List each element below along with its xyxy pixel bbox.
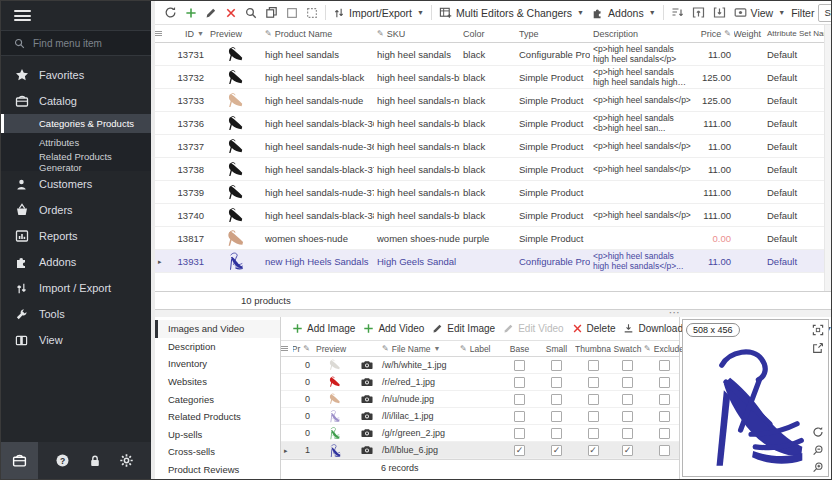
column-header-label[interactable]: ✎Label	[457, 341, 501, 356]
swatch-checkbox[interactable]	[622, 411, 633, 422]
refresh-button[interactable]	[160, 2, 181, 24]
column-header-product-name[interactable]: ✎Product Name	[262, 25, 374, 42]
column-header-description[interactable]: Description	[590, 25, 694, 42]
category-filter-select[interactable]: Show products from selected categories▼	[818, 4, 832, 22]
addons-button[interactable]: Addons▼	[588, 2, 660, 24]
base-checkbox[interactable]	[514, 428, 525, 439]
column-header-swatch[interactable]: Swatch	[611, 341, 644, 356]
image-row[interactable]: 0 /n/u/nude.jpg	[281, 391, 679, 408]
select-region-button[interactable]	[302, 2, 322, 24]
lock-button[interactable]	[88, 454, 102, 468]
zoom-in-button[interactable]	[812, 461, 824, 473]
small-checkbox[interactable]	[551, 377, 562, 388]
swatch-checkbox[interactable]	[622, 445, 633, 456]
swatch-checkbox[interactable]	[622, 428, 633, 439]
thumbnail-checkbox[interactable]	[588, 394, 599, 405]
table-row[interactable]: 13737 high heel sandals-nude-36high heel…	[155, 135, 831, 158]
hamburger-menu-icon[interactable]	[14, 8, 31, 24]
table-row[interactable]: 13733 high heel sandals-nudehigh heel sa…	[155, 89, 831, 112]
tab-websites[interactable]: Websites	[155, 373, 280, 391]
tab-description[interactable]: Description	[155, 338, 280, 356]
delete-button[interactable]	[221, 2, 241, 24]
image-row[interactable]: 0 /g/r/green_2.jpg	[281, 425, 679, 442]
column-header-camera[interactable]	[355, 341, 379, 356]
copy-button[interactable]	[261, 2, 282, 24]
settings-gear-button[interactable]	[119, 453, 134, 468]
column-header-preview[interactable]: Preview	[207, 25, 262, 42]
image-row[interactable]: 0 /r/e/red_1.jpg	[281, 374, 679, 391]
sidebar-item-categories-products[interactable]: Categories & Products	[1, 114, 151, 133]
thumbnail-checkbox[interactable]	[588, 428, 599, 439]
delete-image-button[interactable]: Delete	[568, 318, 620, 340]
zoom-out-button[interactable]	[812, 444, 824, 456]
column-header-small[interactable]: Small	[538, 341, 575, 356]
sidebar-item-view[interactable]: View	[1, 327, 151, 353]
tab-cross-sells[interactable]: Cross-sells	[155, 443, 280, 461]
table-row[interactable]: 13731 high heel sandalshigh heel sandals…	[155, 43, 831, 66]
table-row[interactable]: 13732 high heel sandals-blackhigh heel s…	[155, 66, 831, 89]
horizontal-splitter[interactable]: ⋯	[155, 310, 831, 317]
search-button[interactable]	[241, 2, 261, 24]
exclude-checkbox[interactable]	[659, 445, 670, 456]
small-checkbox[interactable]	[551, 428, 562, 439]
swatch-checkbox[interactable]	[622, 377, 633, 388]
small-checkbox[interactable]	[551, 360, 562, 371]
fit-to-screen-button[interactable]	[812, 324, 824, 336]
column-header-base[interactable]: Base	[501, 341, 538, 356]
vertical-scrollbar[interactable]	[824, 25, 831, 291]
sidebar-item-catalog[interactable]: Catalog	[1, 88, 151, 114]
table-row[interactable]: 13736 high heel sandals-black-36high hee…	[155, 112, 831, 135]
tab-product-reviews[interactable]: Product Reviews	[155, 461, 280, 479]
help-button[interactable]: ?	[55, 453, 70, 468]
sidebar-item-favorites[interactable]: Favorites	[1, 62, 151, 88]
catalog-mode-button[interactable]	[1, 442, 38, 479]
image-row[interactable]: 0 /l/i/lilac_1.jpg	[281, 408, 679, 425]
add-button[interactable]	[181, 2, 201, 24]
base-checkbox[interactable]	[514, 360, 525, 371]
thumbnail-checkbox[interactable]	[588, 411, 599, 422]
swatch-checkbox[interactable]	[622, 394, 633, 405]
checkbox-select-button[interactable]	[282, 2, 302, 24]
collapse-down-button[interactable]	[709, 2, 730, 24]
table-row[interactable]: 13740 high heel sandals-black-38high hee…	[155, 204, 831, 227]
column-header-price[interactable]: Price✎	[694, 25, 734, 42]
column-header-pr[interactable]: Pr✎	[293, 341, 313, 356]
tab-related-products[interactable]: Related Products	[155, 408, 280, 426]
column-header-file-name[interactable]: ✎File Name▼	[379, 341, 457, 356]
expand-up-button[interactable]	[688, 2, 709, 24]
sidebar-item-tools[interactable]: Tools	[1, 301, 151, 327]
sidebar-item-related-products-generator[interactable]: Related Products Generator	[1, 152, 151, 171]
image-row[interactable]: 0 /w/h/white_1.jpg	[281, 357, 679, 374]
column-header-weight[interactable]: Weight	[734, 25, 764, 42]
small-checkbox[interactable]	[551, 411, 562, 422]
tab-up-sells[interactable]: Up-sells	[155, 426, 280, 444]
search-input[interactable]	[33, 38, 143, 49]
column-header-id[interactable]: ID▼	[167, 25, 207, 42]
sidebar-item-orders[interactable]: Orders	[1, 197, 151, 223]
sidebar-search[interactable]	[1, 30, 151, 56]
tab-images-and-video[interactable]: Images and Video	[155, 320, 280, 338]
view-button[interactable]: View▼	[730, 2, 790, 24]
base-checkbox[interactable]	[514, 411, 525, 422]
edit-image-button[interactable]: Edit Image	[428, 318, 499, 340]
multi-editors-button[interactable]: Multi Editors & Changers▼	[435, 2, 588, 24]
table-row[interactable]: 13739 high heel sandals-nude-37high heel…	[155, 181, 831, 204]
column-header-attribute-set[interactable]: Attribute Set Name	[764, 25, 824, 42]
edit-video-button[interactable]: Edit Video	[499, 318, 567, 340]
base-checkbox[interactable]	[514, 445, 525, 456]
swatch-checkbox[interactable]	[622, 360, 633, 371]
add-video-button[interactable]: Add Video	[359, 318, 428, 340]
add-image-button[interactable]: Add Image	[288, 318, 359, 340]
tab-categories[interactable]: Categories	[155, 390, 280, 408]
column-header-thumbnail[interactable]: Thumbna	[575, 341, 611, 356]
sidebar-item-addons[interactable]: Addons	[1, 249, 151, 275]
edit-button[interactable]	[201, 2, 221, 24]
sidebar-item-attributes[interactable]: Attributes	[1, 133, 151, 152]
column-header-sku[interactable]: ✎SKU	[374, 25, 460, 42]
table-row-selected[interactable]: 13931 new High Heels SandalsHigh Geels S…	[155, 250, 831, 273]
sidebar-item-import-export[interactable]: Import / Export	[1, 275, 151, 301]
import-export-button[interactable]: Import/Export▼	[329, 2, 428, 24]
exclude-checkbox[interactable]	[659, 428, 670, 439]
thumbnail-checkbox[interactable]	[588, 360, 599, 371]
column-header-color[interactable]: Color	[460, 25, 516, 42]
